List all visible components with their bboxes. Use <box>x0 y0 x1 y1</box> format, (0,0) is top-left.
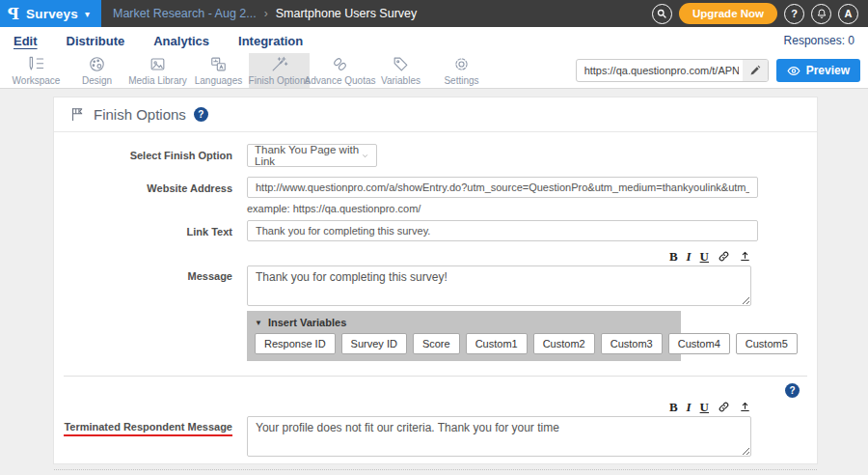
toolbar-label: Advance Quotas <box>305 75 376 86</box>
tab-analytics[interactable]: Analytics <box>153 32 209 48</box>
variable-custom2[interactable]: Custom2 <box>533 333 595 354</box>
product-name: Surveys <box>26 7 78 21</box>
insert-variables-panel: ▼ Insert Variables Response ID Survey ID… <box>247 311 681 361</box>
pencil-icon <box>749 65 761 76</box>
toolbar-item-settings[interactable]: Settings <box>431 53 492 88</box>
avatar[interactable]: A <box>838 4 858 24</box>
website-address-label: Website Address <box>54 177 232 194</box>
tab-integration[interactable]: Integration <box>238 32 303 48</box>
toolbar-item-languages[interactable]: Languages <box>188 53 249 88</box>
toolbar-label: Design <box>82 75 112 86</box>
italic-button[interactable]: I <box>687 250 692 263</box>
toolbar-item-finish-options[interactable]: Finish Options <box>249 53 310 88</box>
chevron-down-icon: ▾ <box>85 9 90 19</box>
underline-button[interactable]: U <box>700 401 709 413</box>
select-finish-option-row: Select Finish Option Thank You Page with… <box>54 144 817 167</box>
search-icon <box>656 8 667 19</box>
bold-button[interactable]: B <box>669 401 678 413</box>
terminated-message-label: Terminated Respondent Message <box>54 400 232 436</box>
upgrade-now-button[interactable]: Upgrade Now <box>679 3 777 24</box>
terminated-message-row: Terminated Respondent Message B I U Your… <box>54 400 817 460</box>
survey-url-box <box>576 59 769 82</box>
responses-count[interactable]: Responses: 0 <box>784 34 854 47</box>
finish-options-help-icon[interactable]: ? <box>194 107 208 122</box>
toolbar-item-design[interactable]: Design <box>67 53 127 88</box>
eye-icon <box>787 66 800 76</box>
notifications-button[interactable] <box>811 4 831 24</box>
translate-icon <box>209 55 228 73</box>
toolbar-item-media-library[interactable]: Media Library <box>127 53 188 88</box>
message-label: Message <box>54 249 232 282</box>
toolbar-item-variables[interactable]: Variables <box>370 53 431 88</box>
search-button[interactable] <box>652 4 672 24</box>
message-row: Message B I U Thank you for completing t… <box>54 249 817 309</box>
magic-wand-icon <box>270 55 288 73</box>
toolbar-item-advance-quotas[interactable]: Advance Quotas <box>310 53 370 88</box>
link-text-input[interactable] <box>247 220 758 241</box>
variable-custom3[interactable]: Custom3 <box>601 333 663 354</box>
breadcrumb-folder[interactable]: Market Research - Aug 2... <box>113 7 257 20</box>
palette-icon <box>88 55 106 73</box>
breadcrumb-survey-name[interactable]: Smartphone Users Survey <box>276 7 418 20</box>
website-address-input[interactable] <box>247 177 758 198</box>
bold-button[interactable]: B <box>669 250 678 263</box>
link-text-label: Link Text <box>54 220 232 238</box>
question-mark-glyph: ? <box>789 385 795 396</box>
toolbar-label: Languages <box>195 75 243 86</box>
bell-icon <box>816 8 827 19</box>
variable-score[interactable]: Score <box>413 333 460 354</box>
link-icon[interactable] <box>718 250 730 263</box>
link-text-row: Link Text <box>54 220 817 241</box>
message-textarea[interactable]: Thank you for completing this survey! <box>247 265 751 306</box>
page-title: Finish Options <box>94 106 186 123</box>
toolbar-right-actions: Preview <box>576 53 868 88</box>
variable-custom1[interactable]: Custom1 <box>466 333 528 354</box>
finish-option-select[interactable]: Thank You Page with Link <box>247 144 377 167</box>
variable-custom4[interactable]: Custom4 <box>668 333 730 354</box>
preview-button[interactable]: Preview <box>776 59 860 82</box>
header-actions: Upgrade Now ? A <box>652 3 868 24</box>
upload-image-icon[interactable] <box>739 250 751 263</box>
chain-links-icon <box>331 55 349 73</box>
tab-edit[interactable]: Edit <box>14 32 38 48</box>
preview-label: Preview <box>806 64 850 77</box>
terminated-help-icon[interactable]: ? <box>785 383 800 398</box>
underline-button[interactable]: U <box>700 250 709 263</box>
terminated-help-row: ? <box>54 377 817 400</box>
edit-url-button[interactable] <box>743 60 768 81</box>
variable-survey-id[interactable]: Survey ID <box>341 333 407 354</box>
dotted-divider <box>54 469 817 470</box>
toolbar-item-workspace[interactable]: Workspace <box>6 53 67 88</box>
terminated-editor-toolbar: B I U <box>247 400 751 414</box>
tab-distribute[interactable]: Distribute <box>67 32 125 48</box>
pen-list-icon <box>27 55 45 73</box>
variable-response-id[interactable]: Response ID <box>255 333 336 354</box>
avatar-initial: A <box>845 8 853 19</box>
toolbar-label: Finish Options <box>249 75 311 86</box>
finish-options-panel: Finish Options ? Select Finish Option Th… <box>53 97 818 464</box>
terminated-message-textarea[interactable]: Your profile does not fit our criteria. … <box>247 416 751 457</box>
questionpro-logo: P <box>8 5 19 23</box>
italic-button[interactable]: I <box>687 401 692 413</box>
survey-url-input[interactable] <box>577 65 743 76</box>
tag-icon <box>392 55 410 73</box>
variable-buttons: Response ID Survey ID Score Custom1 Cust… <box>255 333 673 354</box>
variable-custom5[interactable]: Custom5 <box>736 333 798 354</box>
message-editor-toolbar: B I U <box>247 249 751 264</box>
upload-image-icon[interactable] <box>739 401 751 413</box>
help-button[interactable]: ? <box>784 4 804 24</box>
question-mark-glyph: ? <box>198 109 203 120</box>
website-address-row: Website Address <box>54 177 817 198</box>
gear-icon <box>452 55 471 73</box>
panel-header: Finish Options ? <box>54 98 817 132</box>
link-icon[interactable] <box>718 401 730 413</box>
survey-nav-tabs: Edit Distribute Analytics Integration Re… <box>0 27 868 53</box>
caret-down-icon: ▼ <box>255 319 262 327</box>
surveys-product-menu[interactable]: P Surveys ▾ <box>0 0 101 27</box>
insert-variables-toggle[interactable]: ▼ Insert Variables <box>255 315 673 333</box>
select-chevron-icon <box>361 151 369 161</box>
select-finish-option-label: Select Finish Option <box>54 144 232 161</box>
toolbar-label: Media Library <box>128 75 187 86</box>
toolbar-label: Settings <box>444 75 478 86</box>
terminated-label-underlined: Terminated Respondent Message <box>64 421 232 436</box>
